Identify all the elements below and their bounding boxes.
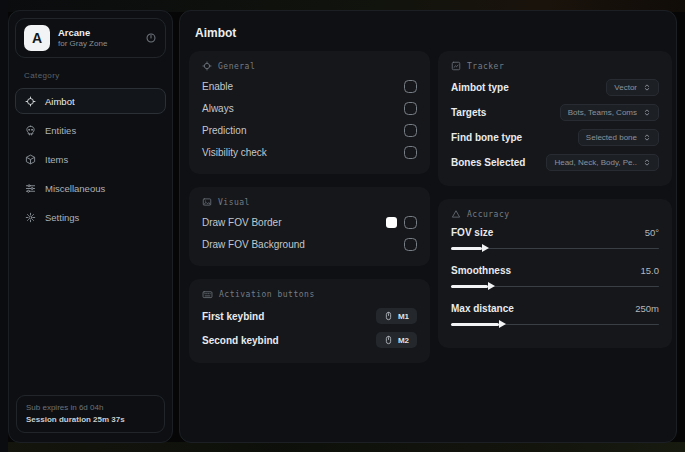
main-panel: Aimbot General Enable Always Predic xyxy=(179,10,677,443)
keyboard-icon xyxy=(202,289,213,300)
sidebar-item-label: Miscellaneous xyxy=(45,183,105,194)
keybind-label: Second keybind xyxy=(202,335,279,346)
tracker-row-bones-selected: Bones Selected Head, Neck, Body, Pe.. xyxy=(451,150,659,175)
sidebar-nav: Aimbot Entities Items xyxy=(9,88,172,230)
keybind-row-first: First keybind M1 xyxy=(202,304,417,328)
page-title: Aimbot xyxy=(180,11,676,40)
fov-border-color-swatch[interactable] xyxy=(386,217,397,228)
slider-value: 250m xyxy=(635,303,659,314)
app-subtitle: for Gray Zone xyxy=(58,39,137,49)
slider-label: FOV size xyxy=(451,227,493,238)
dropdown-value: Head, Neck, Body, Pe.. xyxy=(554,158,637,167)
sidebar-item-settings[interactable]: Settings xyxy=(15,204,166,230)
power-icon xyxy=(145,32,157,44)
accuracy-card: Accuracy FOV size 50° Smoothness 15.0 xyxy=(438,199,672,348)
section-header: Tracker xyxy=(467,62,504,71)
sidebar-item-label: Items xyxy=(45,154,68,165)
always-checkbox[interactable] xyxy=(404,102,417,115)
sidebar-item-label: Entities xyxy=(45,125,76,136)
mouse-icon xyxy=(384,335,393,345)
section-header: Activation buttons xyxy=(219,290,315,299)
image-icon xyxy=(202,197,212,207)
toggle-row-enable: Enable xyxy=(202,75,417,97)
slider-label: Smoothness xyxy=(451,265,511,276)
toggle-row-visibility-check: Visibility check xyxy=(202,141,417,163)
visibility-check-checkbox[interactable] xyxy=(404,146,417,159)
activation-card: Activation buttons First keybind M1 Seco… xyxy=(189,279,430,363)
tracker-label: Aimbot type xyxy=(451,82,509,93)
find-bone-type-dropdown[interactable]: Selected bone xyxy=(578,129,659,146)
fov-size-slider[interactable] xyxy=(451,243,659,253)
sidebar-item-entities[interactable]: Entities xyxy=(15,117,166,143)
max-distance-slider[interactable] xyxy=(451,319,659,329)
session-duration-text: Session duration 25m 37s xyxy=(26,414,155,426)
tracker-row-targets: Targets Bots, Teams, Coms xyxy=(451,100,659,125)
section-header: Accuracy xyxy=(467,210,510,219)
subscription-info: Sub expires in 6d 04h Session duration 2… xyxy=(16,395,165,433)
power-button[interactable] xyxy=(145,32,157,44)
app-name: Arcane xyxy=(58,27,137,39)
toggle-label: Draw FOV Background xyxy=(202,239,305,250)
first-keybind-button[interactable]: M1 xyxy=(376,308,417,324)
targets-dropdown[interactable]: Bots, Teams, Coms xyxy=(560,104,659,121)
tracker-label: Bones Selected xyxy=(451,157,525,168)
smoothness-control: Smoothness 15.0 xyxy=(451,261,659,291)
game-backdrop-bottom xyxy=(0,442,685,452)
tracker-card: Tracker Aimbot type Vector Targets Bots,… xyxy=(438,51,672,186)
app-header: A Arcane for Gray Zone xyxy=(15,18,166,58)
toggle-label: Always xyxy=(202,103,234,114)
slider-fill xyxy=(451,247,482,250)
sidebar-item-miscellaneous[interactable]: Miscellaneous xyxy=(15,175,166,201)
crosshair-icon xyxy=(202,61,212,71)
max-distance-control: Max distance 250m xyxy=(451,299,659,329)
mouse-icon xyxy=(384,311,393,321)
aimbot-type-dropdown[interactable]: Vector xyxy=(606,79,659,96)
slider-fill xyxy=(451,323,499,326)
right-column: Tracker Aimbot type Vector Targets Bots,… xyxy=(438,51,672,361)
gear-icon xyxy=(25,212,36,223)
unfold-icon xyxy=(643,108,651,117)
trend-icon xyxy=(451,61,461,71)
sidebar: A Arcane for Gray Zone Category Aimbot xyxy=(8,10,173,443)
box-icon xyxy=(25,154,36,165)
section-header: Visual xyxy=(218,198,250,207)
second-keybind-button[interactable]: M2 xyxy=(376,332,417,348)
tracker-label: Targets xyxy=(451,107,486,118)
prediction-checkbox[interactable] xyxy=(404,124,417,137)
triangle-icon xyxy=(451,209,461,219)
category-label: Category xyxy=(24,71,172,80)
unfold-icon xyxy=(643,158,651,167)
toggle-label: Prediction xyxy=(202,125,246,136)
smoothness-slider[interactable] xyxy=(451,281,659,291)
crosshair-icon xyxy=(25,96,36,107)
toggle-label: Draw FOV Border xyxy=(202,217,281,228)
general-card: General Enable Always Prediction Visibil… xyxy=(189,51,430,174)
fov-size-control: FOV size 50° xyxy=(451,223,659,253)
visual-card: Visual Draw FOV Border Draw FOV Backgrou… xyxy=(189,187,430,266)
tracker-label: Find bone type xyxy=(451,132,522,143)
fov-background-checkbox[interactable] xyxy=(404,238,417,251)
slider-value: 15.0 xyxy=(641,265,660,276)
fov-border-checkbox[interactable] xyxy=(404,216,417,229)
toggle-row-always: Always xyxy=(202,97,417,119)
tracker-row-aimbot-type: Aimbot type Vector xyxy=(451,75,659,100)
unfold-icon xyxy=(643,83,651,92)
dropdown-value: Vector xyxy=(614,83,637,92)
slider-thumb[interactable] xyxy=(482,244,489,252)
sidebar-item-items[interactable]: Items xyxy=(15,146,166,172)
left-column: General Enable Always Prediction Visibil… xyxy=(189,51,430,376)
tracker-row-find-bone-type: Find bone type Selected bone xyxy=(451,125,659,150)
keybind-value: M1 xyxy=(398,312,409,321)
slider-label: Max distance xyxy=(451,303,514,314)
toggle-row-fov-background: Draw FOV Background xyxy=(202,233,417,255)
app-logo: A xyxy=(24,25,50,51)
keybind-label: First keybind xyxy=(202,311,264,322)
sidebar-item-aimbot[interactable]: Aimbot xyxy=(15,88,166,114)
enable-checkbox[interactable] xyxy=(404,80,417,93)
unfold-icon xyxy=(643,133,651,142)
toggle-row-fov-border: Draw FOV Border xyxy=(202,211,417,233)
slider-thumb[interactable] xyxy=(499,320,506,328)
bones-selected-dropdown[interactable]: Head, Neck, Body, Pe.. xyxy=(546,154,659,171)
toggle-row-prediction: Prediction xyxy=(202,119,417,141)
slider-thumb[interactable] xyxy=(488,282,495,290)
